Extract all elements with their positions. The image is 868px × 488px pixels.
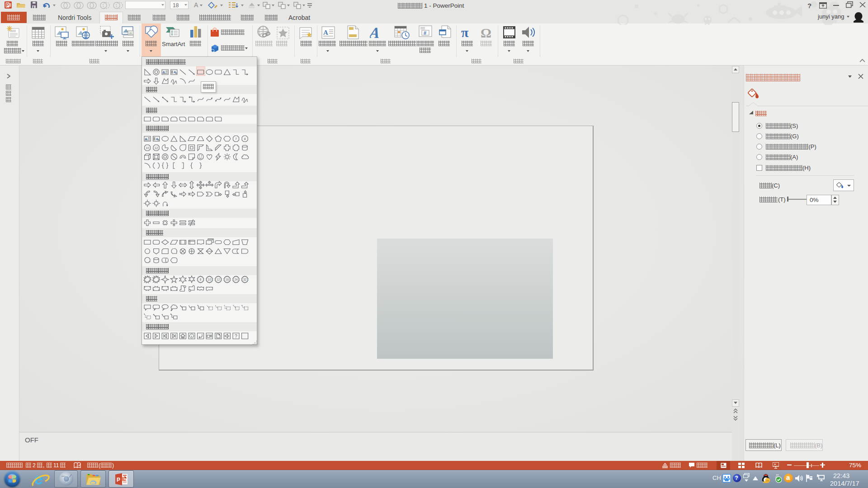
- svg-text:P: P: [6, 3, 9, 8]
- svg-text:P: P: [117, 477, 120, 483]
- svg-text:#: #: [424, 30, 426, 36]
- svg-text:A: A: [370, 25, 381, 40]
- svg-text:π: π: [461, 26, 469, 39]
- svg-text:Ω: Ω: [481, 26, 491, 39]
- svg-text:A: A: [323, 29, 328, 36]
